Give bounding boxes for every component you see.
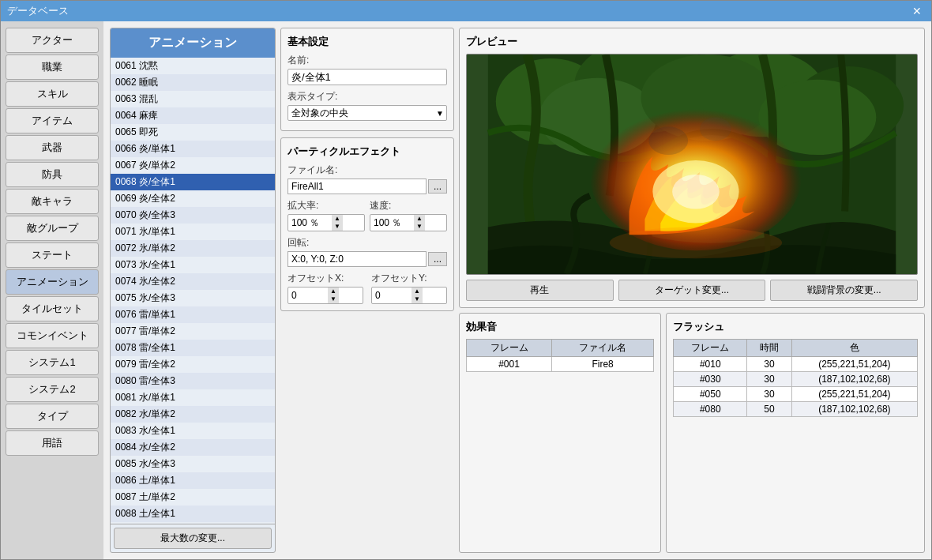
speed-up-button[interactable]: ▲ [414, 215, 425, 223]
list-item[interactable]: 0086 土/単体1 [111, 472, 275, 489]
list-item[interactable]: 0066 炎/単体1 [111, 141, 275, 157]
sound-file-cell: Fire8 [552, 357, 654, 372]
sidebar-item-system2[interactable]: システム2 [6, 377, 99, 402]
sidebar-item-item[interactable]: アイテム [6, 108, 99, 133]
preview-svg [467, 54, 917, 274]
sidebar-item-animation[interactable]: アニメーション [6, 269, 99, 295]
list-item[interactable]: 0088 土/全体1 [111, 506, 275, 522]
svg-point-13 [610, 227, 782, 258]
animation-list[interactable]: 0061 沈黙0062 睡眠0063 混乱0064 麻痺0065 即死0066 … [111, 58, 275, 524]
max-change-button[interactable]: 最大数の変更... [114, 528, 272, 549]
flash-table: フレーム 時間 色 #01030(255,221,51,204)#03030(1… [673, 339, 918, 417]
list-item[interactable]: 0079 雷/全体2 [111, 356, 275, 373]
list-item[interactable]: 0077 雷/単体2 [111, 323, 275, 340]
preview-buttons: 再生 ターゲット変更... 戦闘背景の変更... [466, 280, 918, 301]
flash-col-frame: フレーム [674, 340, 747, 357]
sidebar-item-skill[interactable]: スキル [6, 81, 99, 107]
list-item[interactable]: 0085 水/全体3 [111, 456, 275, 472]
play-button[interactable]: 再生 [466, 280, 614, 301]
sidebar-item-type[interactable]: タイプ [6, 404, 99, 429]
offset-y-field: オフセットY: ▲ ▼ [371, 272, 447, 304]
list-item[interactable]: 0076 雷/単体1 [111, 306, 275, 323]
offset-y-down-button[interactable]: ▼ [412, 295, 423, 303]
name-input[interactable] [287, 69, 447, 85]
sound-panel-title: 効果音 [466, 320, 654, 334]
sidebar-item-enemy-group[interactable]: 敵グループ [6, 216, 99, 241]
scale-up-button[interactable]: ▲ [332, 215, 343, 223]
list-item[interactable]: 0081 水/単体1 [111, 389, 275, 406]
speed-field: 速度: ▲ ▼ [370, 199, 447, 231]
display-type-label: 表示タイプ: [287, 90, 447, 103]
list-item[interactable]: 0087 土/単体2 [111, 489, 275, 506]
svg-point-10 [672, 175, 720, 209]
offset-x-up-button[interactable]: ▲ [328, 288, 339, 295]
sidebar-item-enemy[interactable]: 敵キャラ [6, 189, 99, 214]
list-item[interactable]: 0075 氷/全体3 [111, 290, 275, 306]
name-label: 名前: [287, 54, 447, 67]
rotation-browse-button[interactable]: ... [428, 252, 447, 266]
scale-down-button[interactable]: ▼ [332, 223, 343, 231]
list-item[interactable]: 0062 睡眠 [111, 74, 275, 91]
speed-down-button[interactable]: ▼ [414, 223, 425, 231]
list-item[interactable]: 0063 混乱 [111, 91, 275, 107]
scale-input[interactable] [288, 216, 332, 230]
list-item[interactable]: 0072 氷/単体2 [111, 240, 275, 257]
sound-table: フレーム ファイル名 #001Fire8 [466, 339, 654, 372]
offset-x-down-button[interactable]: ▼ [328, 295, 339, 303]
scale-label: 拡大率: [287, 199, 365, 212]
list-item[interactable]: 0067 炎/単体2 [111, 157, 275, 174]
rotation-input[interactable] [287, 251, 427, 267]
sidebar-item-system1[interactable]: システム1 [6, 350, 99, 375]
list-item[interactable]: 0083 水/全体1 [111, 423, 275, 439]
offset-x-label: オフセットX: [287, 272, 363, 285]
sound-col-frame: フレーム [467, 340, 552, 357]
flash-frame-cell: #050 [674, 387, 747, 402]
speed-label: 速度: [370, 199, 447, 212]
list-item[interactable]: 0070 炎/全体3 [111, 207, 275, 224]
preview-image [466, 54, 918, 275]
sidebar-item-state[interactable]: ステート [6, 242, 99, 268]
scale-spinner: ▲ ▼ [287, 214, 365, 231]
file-input[interactable] [287, 179, 427, 194]
list-item[interactable]: 0068 炎/全体1 [111, 174, 275, 190]
list-item[interactable]: 0065 即死 [111, 124, 275, 141]
offset-y-input[interactable] [372, 288, 412, 303]
bg-change-button[interactable]: 戦闘背景の変更... [770, 280, 918, 301]
target-change-button[interactable]: ターゲット変更... [618, 280, 766, 301]
sidebar-item-term[interactable]: 用語 [6, 430, 99, 456]
sidebar-item-tileset[interactable]: タイルセット [6, 296, 99, 321]
list-item[interactable]: 0082 水/単体2 [111, 406, 275, 423]
animation-list-container: 0061 沈黙0062 睡眠0063 混乱0064 麻痺0065 即死0066 … [111, 58, 275, 524]
offset-x-field: オフセットX: ▲ ▼ [287, 272, 363, 304]
list-item[interactable]: 0080 雷/全体3 [111, 373, 275, 389]
scale-field: 拡大率: ▲ ▼ [287, 199, 365, 231]
svg-point-11 [648, 126, 688, 155]
list-item[interactable]: 0071 氷/単体1 [111, 224, 275, 240]
list-item[interactable]: 0074 氷/全体2 [111, 273, 275, 290]
list-item[interactable]: 0061 沈黙 [111, 58, 275, 74]
speed-arrows: ▲ ▼ [414, 215, 425, 231]
sidebar-item-actor[interactable]: アクター [6, 28, 99, 53]
close-button[interactable]: ✕ [909, 5, 925, 17]
flash-frame-cell: #080 [674, 402, 747, 417]
speed-input[interactable] [370, 216, 414, 230]
list-item[interactable]: 0078 雷/全体1 [111, 340, 275, 356]
offset-x-arrows: ▲ ▼ [328, 288, 339, 303]
file-input-row: ... [287, 179, 447, 194]
offset-x-spinner: ▲ ▼ [287, 287, 363, 304]
offset-y-up-button[interactable]: ▲ [412, 288, 423, 295]
sidebar-item-weapon[interactable]: 武器 [6, 135, 99, 160]
flash-color-cell: (187,102,102,68) [791, 372, 917, 387]
preview-box: プレビュー [459, 28, 925, 308]
list-item[interactable]: 0073 氷/全体1 [111, 257, 275, 273]
sidebar-item-job[interactable]: 職業 [6, 54, 99, 80]
file-browse-button[interactable]: ... [428, 179, 447, 194]
list-item[interactable]: 0064 麻痺 [111, 107, 275, 124]
list-item[interactable]: 0069 炎/全体2 [111, 190, 275, 207]
offset-x-input[interactable] [288, 288, 328, 303]
sidebar-item-armor[interactable]: 防具 [6, 162, 99, 187]
sidebar-item-common-event[interactable]: コモンイベント [6, 323, 99, 348]
display-type-select[interactable]: 全対象の中央 各対象の中央 スクリーンの中央 [287, 105, 447, 121]
list-item[interactable]: 0084 水/全体2 [111, 439, 275, 456]
title-bar: データベース ✕ [1, 1, 931, 21]
